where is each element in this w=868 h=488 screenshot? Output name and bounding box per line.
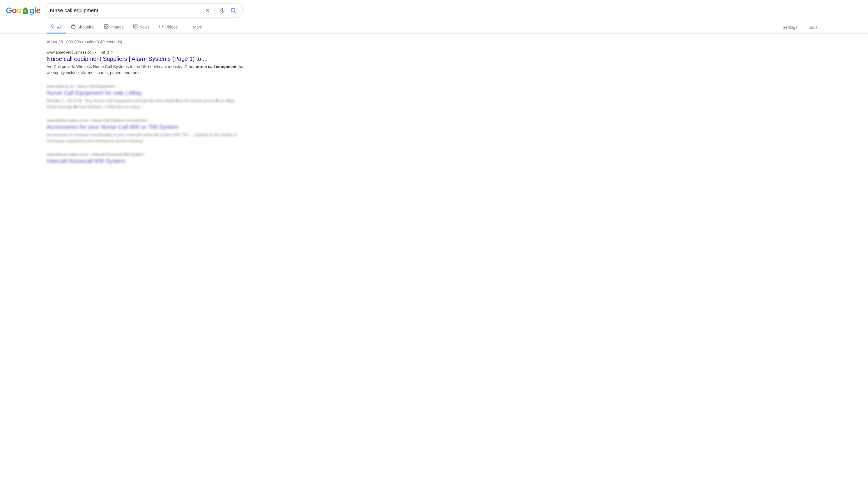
tab-more[interactable]: ⋮ More <box>183 22 206 33</box>
result-url: www.aidcum-sales.co.uk <box>46 118 88 123</box>
tools-button[interactable]: Tools <box>804 22 822 33</box>
svg-marker-20 <box>162 26 163 28</box>
header: G o o g l e ✕ <box>0 0 868 21</box>
tab-videos-label: Videos <box>165 25 178 29</box>
result-url-line: www.approvedbusiness.co.uk › list_1 ▾ <box>46 50 245 55</box>
search-tabs: All Shopping Images <box>0 21 868 34</box>
search-bar-wrapper: ✕ <box>45 3 243 18</box>
result-dropdown-arrow: › <box>119 85 120 88</box>
tab-all-label: All <box>57 25 62 29</box>
green-dot <box>176 99 179 102</box>
tab-images[interactable]: Images <box>100 21 128 33</box>
svg-rect-10 <box>104 25 108 28</box>
svg-rect-19 <box>159 25 162 28</box>
result-breadcrumb: › list_1 <box>98 50 109 55</box>
result-url-line: www.ebay.co.uk › Nurse Call Equipment › … <box>46 84 245 89</box>
svg-rect-12 <box>106 25 108 26</box>
svg-rect-14 <box>106 27 108 29</box>
search-result: www.approvedbusiness.co.uk › list_1 ▾ Nu… <box>46 50 245 76</box>
results-area: About 281,000,000 results (0.49 seconds)… <box>0 34 868 186</box>
green-dot <box>215 99 218 102</box>
result-title: Accessories for your Nurse Call 800 or 7… <box>46 123 245 131</box>
tab-images-label: Images <box>110 25 124 29</box>
result-snippet: Results 1 - 48 of 89 · Buy Nurse Call Eq… <box>46 98 245 110</box>
tab-news[interactable]: News <box>129 21 154 33</box>
result-breadcrumb: › Nurse Call Systems Accessories › <box>90 118 149 123</box>
svg-line-8 <box>54 27 55 28</box>
google-logo[interactable]: G o o g l e <box>6 6 40 15</box>
news-icon <box>133 24 138 30</box>
search-divider <box>214 7 215 14</box>
videos-icon <box>159 24 163 30</box>
tab-videos[interactable]: Videos <box>155 21 182 33</box>
images-icon <box>104 24 108 30</box>
clear-button[interactable]: ✕ <box>204 6 211 15</box>
search-result-blurred-1: www.ebay.co.uk › Nurse Call Equipment › … <box>46 84 245 110</box>
svg-rect-2 <box>222 8 223 11</box>
mic-icon <box>219 7 225 14</box>
more-icon: ⋮ <box>187 25 191 30</box>
results-stats: About 281,000,000 results (0.49 seconds) <box>46 40 822 44</box>
svg-line-6 <box>235 11 236 13</box>
tabs-right: Settings Tools <box>779 22 822 33</box>
result-url: www.approvedbusiness.co.uk <box>46 50 96 55</box>
result-snippet: Aid Call provide Wireless Nurse Call Sys… <box>46 64 245 76</box>
search-bar: ✕ <box>45 3 243 18</box>
shopping-icon <box>71 24 76 30</box>
result-dropdown-arrow: › <box>151 119 152 122</box>
search-input[interactable] <box>50 7 202 14</box>
settings-button[interactable]: Settings <box>779 22 802 33</box>
voice-search-button[interactable] <box>218 6 227 15</box>
result-snippet <box>46 166 245 172</box>
result-url: www.aidcum-sales.co.uk <box>46 152 88 157</box>
svg-rect-9 <box>71 26 75 29</box>
tab-all[interactable]: All <box>46 21 66 33</box>
search-result-blurred-3: www.aidcum-sales.co.uk › Intercall Nurse… <box>46 152 245 172</box>
result-title[interactable]: Nurse call equipment Suppliers | Alarm S… <box>46 55 245 63</box>
all-icon <box>51 24 55 30</box>
tab-shopping[interactable]: Shopping <box>67 21 99 33</box>
google-logo-house-icon <box>21 6 29 14</box>
tab-more-label: More <box>193 25 202 29</box>
search-icon <box>230 7 237 14</box>
svg-rect-13 <box>104 27 106 29</box>
result-title: Nurse Call Equipment for sale | eBay <box>46 89 245 97</box>
result-url-line: www.aidcum-sales.co.uk › Nurse Call Syst… <box>46 118 245 123</box>
tab-news-label: News <box>140 25 150 29</box>
result-title: Intercall Nursecall 800 System <box>46 157 245 165</box>
result-breadcrumb: › Intercall Nursecall 800 System › <box>90 152 145 157</box>
search-button[interactable] <box>229 6 238 15</box>
result-dropdown-arrow[interactable]: ▾ <box>111 50 113 54</box>
green-dot <box>74 105 76 108</box>
result-breadcrumb: › Nurse Call Equipment › <box>75 84 117 89</box>
tab-shopping-label: Shopping <box>78 25 95 29</box>
result-snippet: Accessories to increase functionality in… <box>46 132 245 144</box>
result-url: www.ebay.co.uk <box>46 84 74 89</box>
svg-point-1 <box>24 10 27 12</box>
result-url-line: www.aidcum-sales.co.uk › Intercall Nurse… <box>46 152 245 157</box>
search-result-blurred-2: www.aidcum-sales.co.uk › Nurse Call Syst… <box>46 118 245 144</box>
svg-rect-11 <box>104 25 106 26</box>
